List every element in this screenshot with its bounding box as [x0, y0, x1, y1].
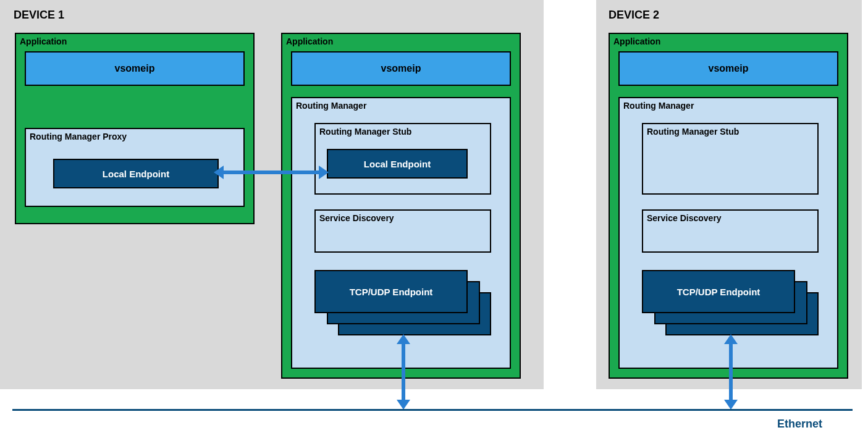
device2-service-discovery: Service Discovery [642, 209, 819, 253]
device1-rms-local-endpoint: Local Endpoint [327, 149, 468, 179]
routing-manager-label: Routing Manager [296, 101, 366, 111]
device2-ethernet-arrow [729, 343, 733, 401]
device1-routing-manager-stub: Routing Manager Stub Local Endpoint [314, 123, 491, 195]
ethernet-label: Ethernet [777, 418, 822, 431]
device2-routing-manager-stub: Routing Manager Stub [642, 123, 819, 195]
device2-vsomeip: vsomeip [618, 51, 838, 86]
device1-app2-label: Application [286, 36, 333, 46]
device2-routing-manager-stub-label: Routing Manager Stub [647, 127, 739, 137]
device1-app1: Application vsomeip Routing Manager Prox… [15, 33, 255, 224]
device-1-title: DEVICE 1 [14, 9, 64, 22]
local-endpoint-arrow [222, 171, 320, 174]
device1-app2: Application vsomeip Routing Manager Rout… [281, 33, 521, 379]
device1-tcpudp-endpoint: TCP/UDP Endpoint [314, 270, 468, 313]
device2-routing-manager: Routing Manager Routing Manager Stub Ser… [618, 97, 838, 369]
device1-routing-manager: Routing Manager Routing Manager Stub Loc… [291, 97, 511, 369]
routing-manager-stub-label: Routing Manager Stub [319, 127, 411, 137]
ethernet-line [12, 409, 853, 411]
device1-app1-routing-manager-proxy: Routing Manager Proxy Local Endpoint [25, 128, 245, 207]
device1-service-discovery: Service Discovery [314, 209, 491, 253]
routing-manager-proxy-label: Routing Manager Proxy [30, 132, 127, 141]
device2-tcpudp-endpoint: TCP/UDP Endpoint [642, 270, 795, 313]
device2-service-discovery-label: Service Discovery [647, 213, 722, 223]
device1-service-discovery-label: Service Discovery [319, 213, 394, 223]
device-2-title: DEVICE 2 [609, 9, 659, 22]
device1-ethernet-arrow [402, 343, 405, 401]
device2-app-label: Application [613, 36, 660, 46]
device1-app1-vsomeip: vsomeip [25, 51, 245, 86]
device1-app1-local-endpoint: Local Endpoint [53, 159, 219, 188]
device2-app: Application vsomeip Routing Manager Rout… [609, 33, 848, 379]
device1-app2-vsomeip: vsomeip [291, 51, 511, 86]
device1-app1-label: Application [20, 36, 67, 46]
device2-routing-manager-label: Routing Manager [623, 101, 694, 111]
